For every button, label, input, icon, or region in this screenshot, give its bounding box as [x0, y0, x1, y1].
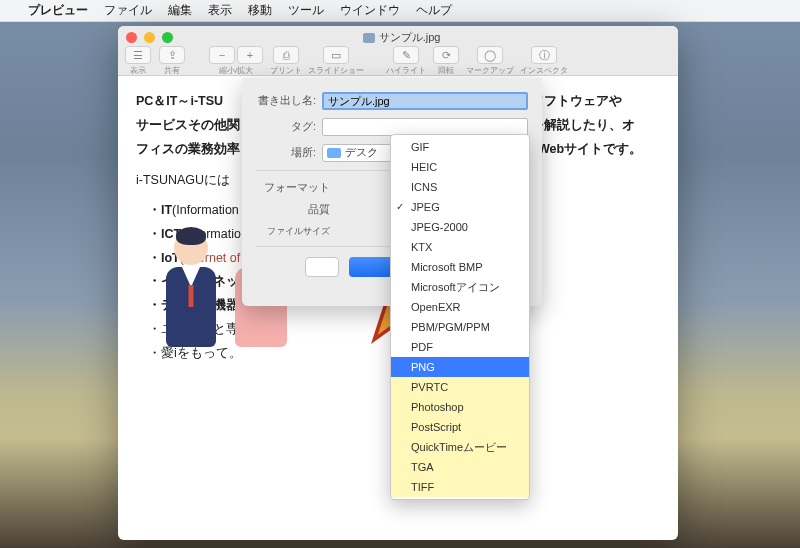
app-menu[interactable]: プレビュー	[28, 2, 88, 19]
menu-file[interactable]: ファイル	[104, 2, 152, 19]
doc-text: サービスその他関	[136, 118, 240, 132]
format-option-pbm/pgm/ppm[interactable]: PBM/PGM/PPM	[391, 317, 529, 337]
format-option-png[interactable]: PNG	[391, 357, 529, 377]
toolbar-ハイライト-icon[interactable]: ✎	[393, 46, 419, 64]
toolbar-共有-icon[interactable]: ⇪	[159, 46, 185, 64]
toolbar: ☰表示⇪共有−+縮小/拡大⎙プリント▭スライドショー✎ハイライト⟳回転◯マークア…	[118, 47, 678, 75]
toolbar-label: ハイライト	[386, 65, 426, 76]
window-title: サンプル.jpg	[173, 30, 630, 45]
toolbar-label: マークアップ	[466, 65, 514, 76]
toolbar-label: インスペクタ	[520, 65, 568, 76]
toolbar-インスペクタ-icon[interactable]: ⓘ	[531, 46, 557, 64]
menu-help[interactable]: ヘルプ	[416, 2, 452, 19]
menu-view[interactable]: 表示	[208, 2, 232, 19]
doc-text: フィスの業務効率	[136, 142, 240, 156]
menu-tools[interactable]: ツール	[288, 2, 324, 19]
doc-thumb-icon	[363, 33, 375, 43]
traffic-lights	[126, 32, 173, 43]
menu-window[interactable]: ウインドウ	[340, 2, 400, 19]
folder-icon	[327, 148, 341, 158]
toolbar-プリント-icon[interactable]: ⎙	[273, 46, 299, 64]
export-name-label: 書き出し名:	[256, 94, 322, 108]
toolbar-label: 縮小/拡大	[219, 65, 253, 76]
toolbar-縮小/拡大-icon[interactable]: +	[237, 46, 263, 64]
location-value: デスク	[345, 146, 378, 160]
close-icon[interactable]	[126, 32, 137, 43]
format-label: フォーマット	[256, 181, 336, 195]
format-option-icns[interactable]: ICNS	[391, 177, 529, 197]
menu-go[interactable]: 移動	[248, 2, 272, 19]
toolbar-label: 共有	[164, 65, 180, 76]
toolbar-マークアップ-icon[interactable]: ◯	[477, 46, 503, 64]
toolbar-label: スライドショー	[308, 65, 364, 76]
menu-edit[interactable]: 編集	[168, 2, 192, 19]
menubar: プレビュー ファイル 編集 表示 移動 ツール ウインドウ ヘルプ	[0, 0, 800, 22]
export-name-input[interactable]	[322, 92, 528, 110]
doc-text: PC＆IT～i-TSU	[136, 94, 223, 108]
tag-label: タグ:	[256, 120, 322, 134]
toolbar-回転-icon[interactable]: ⟳	[433, 46, 459, 64]
format-option-gif[interactable]: GIF	[391, 137, 529, 157]
format-option-postscript[interactable]: PostScript	[391, 417, 529, 437]
format-option-jpeg-2000[interactable]: JPEG-2000	[391, 217, 529, 237]
toolbar-表示-icon[interactable]: ☰	[125, 46, 151, 64]
filesize-label: ファイルサイズ	[256, 225, 336, 238]
toolbar-スライドショー-icon[interactable]: ▭	[323, 46, 349, 64]
titlebar: サンプル.jpg ☰表示⇪共有−+縮小/拡大⎙プリント▭スライドショー✎ハイライ…	[118, 26, 678, 76]
quality-label: 品質	[256, 203, 336, 217]
format-option-ktx[interactable]: KTX	[391, 237, 529, 257]
format-option-heic[interactable]: HEIC	[391, 157, 529, 177]
format-option-quicktimeムービー[interactable]: QuickTimeムービー	[391, 437, 529, 457]
format-dropdown: GIFHEICICNSJPEGJPEG-2000KTXMicrosoft BMP…	[390, 134, 530, 500]
format-option-openexr[interactable]: OpenEXR	[391, 297, 529, 317]
zoom-icon[interactable]	[162, 32, 173, 43]
window-title-text: サンプル.jpg	[379, 30, 441, 45]
format-option-tga[interactable]: TGA	[391, 457, 529, 477]
minimize-icon[interactable]	[144, 32, 155, 43]
toolbar-label: 回転	[438, 65, 454, 76]
toolbar-label: 表示	[130, 65, 146, 76]
format-option-pdf[interactable]: PDF	[391, 337, 529, 357]
format-option-pvrtc[interactable]: PVRTC	[391, 377, 529, 397]
doc-text: Webサイトです。	[538, 142, 642, 156]
format-option-jpeg[interactable]: JPEG	[391, 197, 529, 217]
format-option-microsoft bmp[interactable]: Microsoft BMP	[391, 257, 529, 277]
cancel-button[interactable]	[305, 257, 339, 277]
format-option-photoshop[interactable]: Photoshop	[391, 397, 529, 417]
toolbar-label: プリント	[270, 65, 302, 76]
location-label: 場所:	[256, 146, 322, 160]
toolbar-縮小/拡大-icon[interactable]: −	[209, 46, 235, 64]
format-option-microsoftアイコン[interactable]: Microsoftアイコン	[391, 277, 529, 297]
format-option-tiff[interactable]: TIFF	[391, 477, 529, 497]
